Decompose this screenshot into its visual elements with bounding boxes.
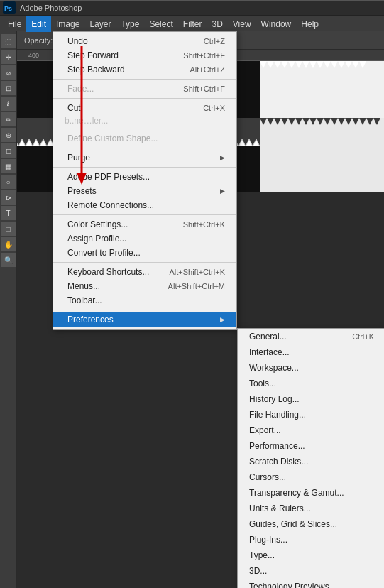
menu-image[interactable]: Image	[51, 16, 84, 32]
svg-text:Ps: Ps	[4, 5, 12, 12]
tool-lasso[interactable]: ⌀	[1, 65, 16, 80]
menu-presets[interactable]: Presets	[53, 184, 236, 198]
menu-file[interactable]: File	[3, 16, 26, 32]
pref-transparency-gamut[interactable]: Transparency & Gamut...	[238, 485, 384, 501]
menu-section-9: Preferences	[53, 310, 236, 329]
menu-step-forward[interactable]: Step Forward Shift+Ctrl+F	[53, 48, 236, 62]
svg-rect-4	[260, 61, 384, 118]
menu-color-settings[interactable]: Color Settings... Shift+Ctrl+K	[53, 217, 236, 232]
menu-bar: File Edit Image Layer Type Select Filter…	[0, 16, 384, 31]
svg-rect-6	[260, 118, 384, 192]
pref-type[interactable]: Type...	[238, 548, 384, 563]
menu-preferences[interactable]: Preferences	[53, 312, 236, 327]
menu-keyboard-shortcuts[interactable]: Keyboard Shortcuts... Alt+Shift+Ctrl+K	[53, 265, 236, 279]
preferences-submenu: General... Ctrl+K Interface... Workspace…	[237, 328, 384, 588]
tool-hand[interactable]: ✋	[1, 237, 16, 251]
pref-scratch-disks[interactable]: Scratch Disks...	[238, 454, 384, 469]
menu-section-6: Adobe PDF Presets... Presets Remote Conn…	[53, 168, 236, 215]
menu-assign-profile[interactable]: Assign Profile...	[53, 232, 236, 246]
menu-menus[interactable]: Menus... Alt+Shift+Ctrl+M	[53, 279, 236, 293]
tools-sidebar: ⬚ ✛ ⌀ ⊡ 𝒊 ✏ ⊕ ◻ ▦ ○ ⊳ T □ ✋ 🔍	[0, 31, 17, 588]
menu-remote-connections[interactable]: Remote Connections...	[53, 198, 236, 212]
menu-partial-copy: b..ne…ler...	[53, 115, 236, 126]
pref-workspace[interactable]: Workspace...	[238, 360, 384, 376]
menu-window[interactable]: Window	[256, 16, 297, 32]
menu-fade: Fade... Shift+Ctrl+F	[53, 82, 236, 96]
pref-file-handling[interactable]: File Handling...	[238, 407, 384, 423]
pref-plug-ins[interactable]: Plug-Ins...	[238, 532, 384, 548]
pref-tools[interactable]: Tools...	[238, 376, 384, 391]
pref-general[interactable]: General... Ctrl+K	[238, 329, 384, 344]
ps-logo-icon: Ps	[3, 1, 16, 14]
menu-undo[interactable]: Undo Ctrl+Z	[53, 34, 236, 48]
menu-define-custom-shape: Define Custom Shape...	[53, 131, 236, 146]
menu-help[interactable]: Help	[296, 16, 324, 32]
menu-section-4: Define Custom Shape...	[53, 129, 236, 148]
pref-export[interactable]: Export...	[238, 423, 384, 438]
menu-cut[interactable]: Cut Ctrl+X	[53, 101, 236, 115]
tool-eraser[interactable]: ◻	[1, 143, 16, 158]
menu-select[interactable]: Select	[144, 16, 177, 32]
menu-type[interactable]: Type	[116, 16, 144, 32]
menu-layer[interactable]: Layer	[84, 16, 116, 32]
menu-convert-to-profile[interactable]: Convert to Profile...	[53, 246, 236, 260]
tool-pen[interactable]: ⊳	[1, 190, 16, 205]
tool-dodge[interactable]: ○	[1, 175, 16, 189]
menu-step-backward[interactable]: Step Backward Alt+Ctrl+Z	[53, 62, 236, 77]
menu-toolbar[interactable]: Toolbar...	[53, 293, 236, 307]
pref-guides-grid-slices[interactable]: Guides, Grid & Slices...	[238, 516, 384, 532]
tool-gradient[interactable]: ▦	[1, 159, 16, 173]
menu-edit[interactable]: Edit	[26, 16, 51, 32]
menu-filter[interactable]: Filter	[178, 16, 207, 32]
menu-section-5: Purge	[53, 148, 236, 168]
pref-technology-previews[interactable]: Technology Previews...	[238, 579, 384, 588]
tool-brush[interactable]: ✏	[1, 112, 16, 126]
menu-section-1: Undo Ctrl+Z Step Forward Shift+Ctrl+F St…	[53, 32, 236, 80]
tool-crop[interactable]: ⊡	[1, 81, 16, 95]
menu-purge[interactable]: Purge	[53, 151, 236, 165]
tool-eyedropper[interactable]: 𝒊	[1, 97, 16, 111]
pref-cursors[interactable]: Cursors...	[238, 469, 384, 485]
tool-zoom[interactable]: 🔍	[1, 253, 16, 267]
tool-shape[interactable]: □	[1, 222, 16, 236]
pref-performance[interactable]: Performance...	[238, 438, 384, 454]
opacity-label: Opacity:	[24, 36, 53, 45]
tool-text[interactable]: T	[1, 206, 16, 220]
pref-history-log[interactable]: History Log...	[238, 391, 384, 407]
tool-select[interactable]: ⬚	[1, 34, 16, 48]
title-bar: Ps Adobe Photoshop	[0, 0, 384, 16]
toolbar-separator	[18, 34, 18, 47]
menu-section-2: Fade... Shift+Ctrl+F	[53, 80, 236, 99]
pref-units-rulers[interactable]: Units & Rulers...	[238, 501, 384, 516]
menu-section-3: Cut Ctrl+X b..ne…ler...	[53, 99, 236, 129]
app-title: Adobe Photoshop	[20, 4, 82, 12]
menu-view[interactable]: View	[228, 16, 256, 32]
pref-3d[interactable]: 3D...	[238, 563, 384, 579]
tool-clone[interactable]: ⊕	[1, 128, 16, 142]
menu-adobe-pdf-presets[interactable]: Adobe PDF Presets...	[53, 170, 236, 184]
menu-section-8: Keyboard Shortcuts... Alt+Shift+Ctrl+K M…	[53, 263, 236, 310]
edit-dropdown-menu: Undo Ctrl+Z Step Forward Shift+Ctrl+F St…	[53, 31, 237, 330]
pref-interface[interactable]: Interface...	[238, 344, 384, 360]
tool-move[interactable]: ✛	[1, 50, 16, 64]
menu-3d[interactable]: 3D	[207, 16, 227, 32]
menu-section-7: Color Settings... Shift+Ctrl+K Assign Pr…	[53, 215, 236, 263]
